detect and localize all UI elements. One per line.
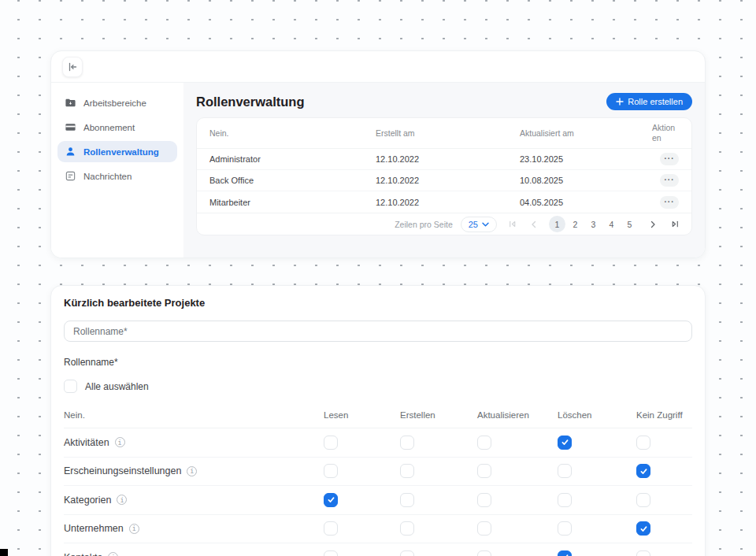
permissions-column-header: Aktualisieren xyxy=(477,410,558,420)
permission-checkbox[interactable] xyxy=(558,436,572,450)
more-actions-icon[interactable]: ··· xyxy=(660,153,679,165)
permission-checkbox[interactable] xyxy=(477,521,491,536)
role-updated-date: 23.10.2025 xyxy=(520,154,652,164)
collapse-sidebar-icon xyxy=(68,62,77,72)
permission-row: Aktivitäten i xyxy=(64,428,692,458)
info-icon[interactable]: i xyxy=(129,524,139,534)
permission-row: Unternehmen i xyxy=(64,515,692,544)
sidebar-item-abonnement[interactable]: Abonnement xyxy=(57,117,177,138)
pagination-bar: Zeilen pro Seite 25 1 2 3 4 5 xyxy=(197,213,691,235)
sidebar-item-nachrichten[interactable]: Nachrichten xyxy=(57,165,177,187)
roles-table-header: Nein. Erstellt am Aktualisiert am Aktion… xyxy=(197,118,691,149)
sidebar-item-arbeitsbereiche[interactable]: Arbeitsbereiche xyxy=(57,92,177,113)
permission-checkbox[interactable] xyxy=(477,436,491,450)
sidebar-item-label: Abonnement xyxy=(83,123,135,132)
collapse-sidebar-button[interactable] xyxy=(62,57,83,77)
sidebar-item-label: Arbeitsbereiche xyxy=(83,98,146,108)
permission-checkbox[interactable] xyxy=(324,464,338,478)
sidebar: Arbeitsbereiche Abonnement Rollenverwalt… xyxy=(51,83,183,258)
role-name-input[interactable] xyxy=(64,321,692,342)
permission-checkbox[interactable] xyxy=(324,550,338,556)
create-role-button[interactable]: Rolle erstellen xyxy=(606,93,692,110)
desktop-background: { "accent_color": "#1a73e8", "roles_pane… xyxy=(0,0,756,556)
permission-checkbox[interactable] xyxy=(558,493,572,507)
permission-row: Kategorien i xyxy=(64,486,692,515)
select-all-checkbox[interactable] xyxy=(64,380,77,393)
permissions-panel-title: Kürzlich bearbeitete Projekte xyxy=(64,297,692,309)
permissions-column-header: Löschen xyxy=(558,410,636,420)
permission-checkbox[interactable] xyxy=(400,521,414,536)
page-number-button[interactable]: 1 xyxy=(549,216,565,232)
page-number-button[interactable]: 5 xyxy=(621,216,638,232)
permission-checkbox[interactable] xyxy=(558,464,572,478)
column-header-created: Erstellt am xyxy=(376,128,520,138)
info-icon[interactable]: i xyxy=(108,552,118,556)
permissions-column-header: Kein Zugriff xyxy=(636,410,692,420)
page-title: Rollenverwaltung xyxy=(196,95,305,109)
select-all-label: Alle auswählen xyxy=(85,381,149,392)
rows-per-page-label: Zeilen pro Seite xyxy=(395,220,453,229)
rows-per-page-select[interactable]: 25 xyxy=(461,217,497,232)
role-created-date: 12.10.2022 xyxy=(376,198,520,207)
permission-checkbox[interactable] xyxy=(324,521,338,536)
role-name: Administrator xyxy=(209,154,376,164)
permissions-table-header: Nein.LesenErstellenAktualisierenLöschenK… xyxy=(64,402,692,428)
info-icon[interactable]: i xyxy=(115,437,125,447)
permission-checkbox[interactable] xyxy=(400,464,414,478)
permission-checkbox[interactable] xyxy=(324,436,338,450)
permission-name: Kontakte xyxy=(64,552,102,556)
role-created-date: 12.10.2022 xyxy=(376,154,520,164)
more-actions-icon[interactable]: ··· xyxy=(660,196,679,209)
permission-checkbox[interactable] xyxy=(636,550,650,556)
permission-checkbox[interactable] xyxy=(636,436,650,450)
role-name: Mitarbeiter xyxy=(209,198,376,207)
page-number-button[interactable]: 4 xyxy=(603,216,620,232)
permission-checkbox[interactable] xyxy=(477,550,491,556)
card-icon xyxy=(65,121,76,133)
permissions-column-header: Erstellen xyxy=(400,410,477,420)
permission-checkbox[interactable] xyxy=(400,493,414,507)
permission-checkbox[interactable] xyxy=(558,550,572,556)
sidebar-item-label: Nachrichten xyxy=(83,172,132,181)
permission-checkbox[interactable] xyxy=(400,436,414,450)
permission-checkbox[interactable] xyxy=(477,493,491,507)
person-icon xyxy=(65,146,76,158)
screen-corner-artifact xyxy=(0,549,8,556)
role-table-row: Administrator 12.10.2022 23.10.2025 ··· xyxy=(197,149,691,170)
next-page-icon[interactable] xyxy=(646,217,660,232)
permission-checkbox[interactable] xyxy=(636,521,650,536)
last-page-icon[interactable] xyxy=(668,217,682,232)
folder-icon xyxy=(65,97,76,109)
first-page-icon[interactable] xyxy=(505,217,519,232)
role-name-label: Rollenname* xyxy=(64,357,692,368)
permission-checkbox[interactable] xyxy=(558,521,572,536)
permission-checkbox[interactable] xyxy=(636,464,650,478)
page-number-button[interactable]: 2 xyxy=(567,216,584,232)
prev-page-icon[interactable] xyxy=(527,217,541,232)
info-icon[interactable]: i xyxy=(117,495,127,505)
permission-name: Erscheinungseinstellungen xyxy=(64,465,181,476)
column-header-updated: Aktualisiert am xyxy=(520,128,652,138)
role-table-row: Back Office 12.10.2022 10.08.2025 ··· xyxy=(197,170,691,191)
plus-icon xyxy=(616,98,624,106)
permissions-panel: Kürzlich bearbeitete Projekte Rollenname… xyxy=(50,285,706,556)
info-icon[interactable]: i xyxy=(187,466,197,476)
roles-panel-topbar xyxy=(51,51,705,83)
permission-checkbox[interactable] xyxy=(324,493,338,507)
role-updated-date: 04.05.2025 xyxy=(520,198,652,207)
role-table-row: Mitarbeiter 12.10.2022 04.05.2025 ··· xyxy=(197,191,691,213)
permission-name: Kategorien xyxy=(64,495,111,506)
more-actions-icon[interactable]: ··· xyxy=(660,174,679,187)
sidebar-item-rollenverwaltung[interactable]: Rollenverwaltung xyxy=(57,141,177,162)
permission-checkbox[interactable] xyxy=(477,464,491,478)
permission-row: Kontakte i xyxy=(64,543,692,556)
role-updated-date: 10.08.2025 xyxy=(520,176,652,185)
page-number-button[interactable]: 3 xyxy=(585,216,602,232)
role-created-date: 12.10.2022 xyxy=(376,176,520,185)
permissions-column-header: Nein. xyxy=(64,410,324,420)
permission-checkbox[interactable] xyxy=(400,550,414,556)
column-header-actions: Aktionen xyxy=(652,123,679,143)
sidebar-item-label: Rollenverwaltung xyxy=(83,147,159,157)
message-icon xyxy=(65,170,76,182)
permission-checkbox[interactable] xyxy=(636,493,650,507)
